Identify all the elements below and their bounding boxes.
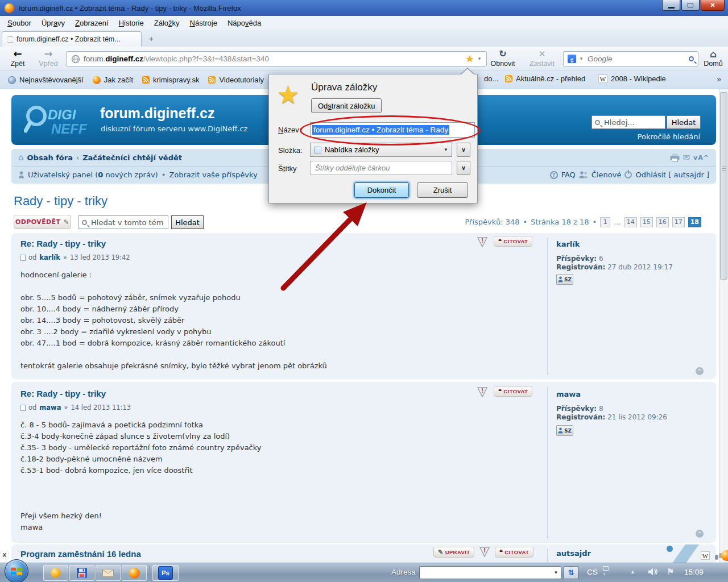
- print-icon[interactable]: [670, 153, 680, 162]
- email-icon[interactable]: ✉: [683, 152, 690, 163]
- forum-search-input[interactable]: [603, 118, 662, 127]
- address-go-button[interactable]: ⇅: [564, 566, 578, 579]
- forward-button[interactable]: → Vpřed: [34, 48, 63, 68]
- taskbar-clock[interactable]: 15:09: [684, 568, 704, 576]
- web-search-box[interactable]: g ▼: [563, 51, 698, 66]
- menu-zobrazeni[interactable]: Zobrazení: [70, 16, 114, 30]
- folder-expander-button[interactable]: ∨: [457, 143, 470, 157]
- profile-name-link[interactable]: karlík: [556, 240, 580, 248]
- menu-upravy[interactable]: Úpravy: [36, 16, 70, 30]
- quote-button[interactable]: ❝ CITOVAT: [495, 547, 533, 558]
- menu-nastroje[interactable]: Nástroje: [185, 16, 222, 30]
- url-bar[interactable]: forum.digineff.cz/viewtopic.php?f=3&t=43…: [66, 51, 487, 66]
- page-link-17[interactable]: 17: [672, 217, 685, 227]
- bookmark-truncated[interactable]: do...: [479, 72, 503, 86]
- site-title[interactable]: forum.digineff.cz: [100, 105, 214, 122]
- new-tab-button[interactable]: +: [144, 33, 158, 45]
- bookmark-most-visited[interactable]: Nejnavštěvovanější: [3, 73, 88, 87]
- page-link-18-current[interactable]: 18: [688, 217, 701, 227]
- tags-input[interactable]: [314, 161, 448, 174]
- volume-icon[interactable]: [648, 568, 657, 576]
- chevron-down-icon[interactable]: ▼: [551, 567, 561, 579]
- profile-name-link[interactable]: autsajdr: [556, 549, 591, 558]
- quick-launch-mail-button[interactable]: [96, 565, 121, 581]
- page-link-15[interactable]: 15: [640, 217, 653, 227]
- report-icon[interactable]: !: [477, 236, 488, 248]
- back-to-top-icon[interactable]: ^: [696, 367, 704, 375]
- quick-launch-app-button[interactable]: [43, 565, 68, 581]
- author-link[interactable]: karlík: [39, 253, 60, 261]
- language-indicator[interactable]: CS: [587, 568, 598, 576]
- topic-search-button[interactable]: Hledat: [171, 215, 204, 229]
- search-icon[interactable]: [689, 56, 694, 61]
- action-center-flag-icon[interactable]: ⚑: [667, 567, 674, 577]
- page-link-14[interactable]: 14: [624, 217, 637, 227]
- bookmark-star-icon[interactable]: ★: [466, 53, 474, 64]
- breadcrumb-root-link[interactable]: Obsah fóra: [27, 153, 73, 162]
- stop-button[interactable]: ✕ Zastavit: [522, 48, 562, 68]
- address-toolbar-input[interactable]: ▼: [419, 566, 561, 579]
- members-link[interactable]: Členové: [592, 171, 622, 179]
- tags-expander-button[interactable]: ∨: [457, 161, 470, 175]
- search-engine-dropdown-icon[interactable]: ▼: [579, 56, 584, 61]
- menu-napoveda[interactable]: Nápověda: [222, 16, 266, 30]
- google-icon[interactable]: g: [568, 55, 576, 63]
- page-scrollbar[interactable]: [719, 89, 728, 563]
- bookmark-dropdown-icon[interactable]: ▼: [477, 56, 482, 61]
- forum-search-button[interactable]: Hledat: [667, 115, 701, 129]
- text-size-icon[interactable]: vA^: [693, 154, 709, 161]
- language-bar-chevron-icon[interactable]: ∨: [603, 572, 606, 576]
- logout-link[interactable]: Odhlásit [ autsajdr ]: [635, 171, 709, 179]
- quote-button[interactable]: ❝ CITOVAT: [494, 236, 532, 247]
- menu-historie[interactable]: Historie: [114, 16, 149, 30]
- bookmark-aktualne[interactable]: Aktuálně.cz - přehled: [500, 72, 590, 86]
- report-icon[interactable]: !: [479, 546, 490, 558]
- author-link[interactable]: mawa: [39, 404, 61, 411]
- minimize-button[interactable]: [662, 0, 680, 11]
- home-icon[interactable]: ⌂: [18, 152, 24, 163]
- remove-bookmark-button[interactable]: Odstranit záložku: [311, 98, 382, 113]
- reload-button[interactable]: ↻ Obnovit: [485, 48, 521, 68]
- bookmark-jak-zacit[interactable]: Jak začít: [88, 73, 138, 87]
- breadcrumb-section-link[interactable]: Začátečníci chtějí vědět: [82, 153, 182, 162]
- back-to-top-icon[interactable]: ^: [696, 530, 704, 538]
- taskbar-photoshop-button[interactable]: Ps: [152, 565, 179, 581]
- post-title-link[interactable]: Re: Rady - tipy - triky: [20, 389, 106, 398]
- user-panel-link[interactable]: Uživatelský panel (0 nových zpráv): [28, 171, 158, 179]
- bookmark-krimispravy[interactable]: krimispravy.sk: [138, 73, 204, 87]
- bookmark-videotutorialy[interactable]: Videotutorialy: [204, 73, 268, 87]
- quick-launch-save-button[interactable]: [69, 565, 94, 581]
- web-search-input[interactable]: [586, 54, 686, 64]
- advanced-search-link[interactable]: Pokročilé hledání: [638, 132, 700, 141]
- bookmarks-overflow-button[interactable]: »: [712, 72, 726, 86]
- tab-active[interactable]: forum.digineff.cz • Zobrazit tém...: [2, 31, 142, 47]
- page-link-1[interactable]: 1: [600, 217, 610, 227]
- menu-zalozky[interactable]: Záložky: [149, 16, 185, 30]
- tags-field[interactable]: [310, 161, 452, 175]
- page-link-16[interactable]: 16: [656, 217, 669, 227]
- restore-button[interactable]: [681, 0, 700, 11]
- scrollbar-thumb[interactable]: [720, 92, 727, 280]
- language-bar-icon[interactable]: [603, 566, 609, 571]
- back-button[interactable]: ← Zpět: [5, 48, 31, 68]
- tray-expand-icon[interactable]: ▲: [630, 569, 635, 575]
- bookmark-wikipedia[interactable]: W 2008 - Wikipedie: [594, 72, 671, 86]
- topic-search-input[interactable]: [90, 218, 165, 227]
- start-button[interactable]: [5, 559, 28, 582]
- edit-button[interactable]: ✎ UPRAVIT: [433, 547, 474, 558]
- window-titlebar[interactable]: forum.digineff.cz • Zobrazit téma - Rady…: [0, 0, 728, 16]
- post-title-link[interactable]: Re: Rady - tipy - triky: [20, 239, 106, 248]
- post-title-link[interactable]: Program zaměstnání 16 ledna: [20, 549, 141, 559]
- faq-link[interactable]: FAQ: [561, 171, 576, 179]
- menu-soubor[interactable]: Soubor: [2, 16, 36, 30]
- private-message-button[interactable]: SZ: [556, 425, 573, 436]
- quick-launch-firefox-button[interactable]: [122, 565, 147, 581]
- private-message-button[interactable]: SZ: [556, 274, 573, 285]
- cancel-button[interactable]: Zrušit: [417, 182, 468, 198]
- profile-name-link[interactable]: mawa: [556, 390, 581, 398]
- close-button[interactable]: ✕: [701, 0, 725, 11]
- quote-button[interactable]: ❝ CITOVAT: [494, 386, 532, 397]
- topic-search-box[interactable]: [78, 215, 168, 229]
- home-button[interactable]: ⌂ Domů: [700, 48, 727, 68]
- forum-search-box[interactable]: [592, 115, 665, 129]
